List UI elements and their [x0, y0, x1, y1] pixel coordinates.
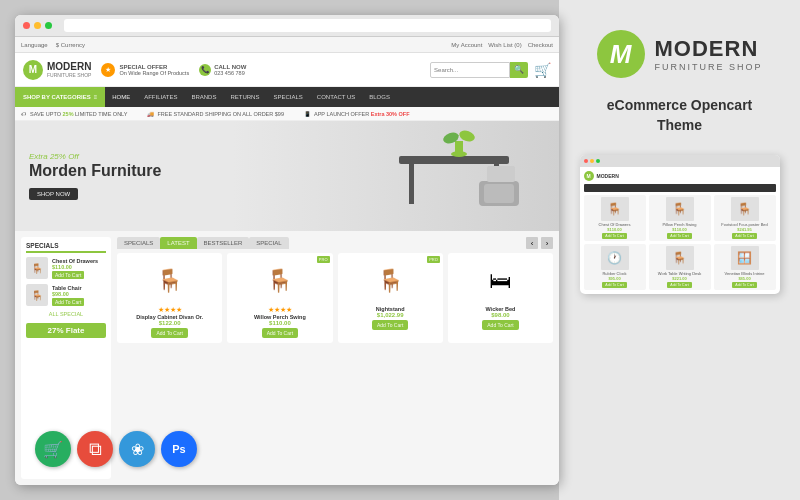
logo-text-wrap: MODERN FURNITURE SHOP — [47, 61, 91, 78]
mini-product-6-btn[interactable]: Add To Cart — [732, 282, 756, 288]
nav-link-specials[interactable]: SPECIALS — [266, 87, 309, 107]
nav-link-contact[interactable]: CONTACT US — [310, 87, 362, 107]
categories-button[interactable]: SHOP BY CATEGORIES ≡ — [15, 87, 105, 107]
brand-sub-text: FURNITURE SHOP — [655, 62, 763, 72]
site-navigation: SHOP BY CATEGORIES ≡ HOME AFFILIATES BRA… — [15, 87, 559, 107]
currency-selector[interactable]: $ Currency — [56, 42, 85, 48]
promo-text-1: SAVE UPTO 25% LIMITED TIME ONLY — [30, 111, 127, 117]
product-2-price: $110.00 — [269, 320, 291, 326]
nav-link-home[interactable]: HOME — [105, 87, 137, 107]
promo-bar: 🏷 SAVE UPTO 25% LIMITED TIME ONLY 🚚 FREE… — [15, 107, 559, 121]
tab-special[interactable]: SPECIAL — [249, 237, 288, 249]
my-account-link[interactable]: My Account — [451, 42, 482, 48]
product-3-cart-btn[interactable]: Add To Cart — [372, 320, 408, 330]
search-button[interactable]: 🔍 — [510, 62, 528, 78]
nav-link-brands[interactable]: BRANDS — [184, 87, 223, 107]
logo-sub: FURNITURE SHOP — [47, 72, 91, 78]
brand-name: MODERN — [655, 36, 763, 62]
wishlist-link[interactable]: Wish List (0) — [488, 42, 521, 48]
site-top-bar: Language $ Currency My Account Wish List… — [15, 37, 559, 53]
mini-product-4: 🕐 Rubber Clock $95.00 Add To Cart — [584, 244, 646, 290]
view-all-specials-link[interactable]: ALL SPECIAL — [26, 311, 106, 317]
mini-product-2: 🪑 Pillow Perch Swing $110.00 Add To Cart — [649, 195, 711, 241]
tag-icon-1: 🏷 — [21, 111, 27, 117]
nav-links-container: HOME AFFILIATES BRANDS RETURNS SPECIALS … — [105, 87, 397, 107]
layers-bottom-icon[interactable]: ⧉ — [77, 431, 113, 467]
site-logo[interactable]: M MODERN FURNITURE SHOP — [23, 60, 91, 80]
top-bar-left: Language $ Currency — [21, 42, 85, 48]
mini-product-4-btn[interactable]: Add To Cart — [602, 282, 626, 288]
sidebar-product-2-cart-btn[interactable]: Add To Cart — [52, 298, 84, 306]
mini-product-2-btn[interactable]: Add To Cart — [667, 233, 691, 239]
mini-product-3-price: $241.95 — [737, 227, 751, 232]
product-4-cart-btn[interactable]: Add To Cart — [482, 320, 518, 330]
tab-specials[interactable]: SPECIALS — [117, 237, 160, 249]
special-offer-block: ★ SPECIAL OFFER On Wide Range Of Product… — [101, 63, 189, 77]
sidebar-product-2: 🪑 Table Chair $98.00 Add To Cart — [26, 284, 106, 306]
logo-name: MODERN — [47, 61, 91, 72]
promo-item-3: 📱 APP LAUNCH OFFER Extra 30% OFF — [304, 111, 410, 117]
browser-minimize-dot — [34, 22, 41, 29]
phone-icon-2: 📱 — [304, 111, 311, 117]
tab-prev-button[interactable]: ‹ — [526, 237, 538, 249]
sidebar-product-1-cart-btn[interactable]: Add To Cart — [52, 271, 84, 279]
sidebar-product-2-info: Table Chair $98.00 Add To Cart — [52, 285, 84, 306]
mini-close-dot — [584, 159, 588, 163]
nav-link-blogs[interactable]: BLOGS — [362, 87, 397, 107]
mini-product-1-price: $110.00 — [607, 227, 621, 232]
tab-bestseller[interactable]: BESTSELLER — [197, 237, 250, 249]
svg-rect-9 — [487, 166, 515, 182]
product-1-image: 🪑 — [142, 258, 197, 303]
svg-rect-0 — [399, 156, 509, 164]
mini-logo-circle: M — [584, 171, 594, 181]
mini-product-1-image: 🪑 — [601, 197, 629, 221]
page-container: Language $ Currency My Account Wish List… — [0, 0, 800, 500]
product-1-cart-btn[interactable]: Add To Cart — [151, 328, 187, 338]
call-title: CALL NOW — [214, 64, 246, 70]
product-tabs: SPECIALS LATEST BESTSELLER SPECIAL ‹ › — [117, 237, 553, 249]
mini-product-6-image: 🪟 — [731, 246, 759, 270]
theme-description: eCommerce Opencart Theme — [607, 96, 753, 135]
mini-header: M MODERN — [584, 171, 776, 181]
tab-next-button[interactable]: › — [541, 237, 553, 249]
product-3-image: 🪑 — [363, 258, 418, 303]
product-2-cart-btn[interactable]: Add To Cart — [262, 328, 298, 338]
promo-item-2: 🚚 FREE STANDARD SHIPPING ON ALL ORDER $9… — [147, 111, 284, 117]
hero-furniture-svg — [379, 126, 539, 226]
truck-icon: 🚚 — [147, 111, 154, 117]
cart-bottom-icon[interactable]: 🛒 — [35, 431, 71, 467]
tabs-nav: ‹ › — [526, 237, 553, 249]
product-card-3: 🪑 Nightstand $1,022.99 Add To Cart — [338, 253, 443, 343]
products-grid: 🪑 ★★★★ Display Cabinet Divan Or. $122.00… — [117, 253, 553, 343]
browser-maximize-dot — [45, 22, 52, 29]
categories-label: SHOP BY CATEGORIES — [23, 94, 91, 100]
mini-min-dot — [590, 159, 594, 163]
promo-text-2: FREE STANDARD SHIPPING ON ALL ORDER $99 — [157, 111, 284, 117]
cart-icon[interactable]: 🛒 — [534, 62, 551, 78]
discount-text: 27% Flate — [48, 326, 85, 335]
hero-title: Morden Furniture — [29, 161, 161, 180]
checkout-link[interactable]: Checkout — [528, 42, 553, 48]
search-input[interactable] — [430, 62, 510, 78]
mini-product-1-btn[interactable]: Add To Cart — [602, 233, 626, 239]
flower-bottom-icon[interactable]: ❀ — [119, 431, 155, 467]
description-line2: Theme — [657, 117, 702, 133]
mini-product-4-price: $95.00 — [608, 276, 620, 281]
browser-url-bar[interactable] — [64, 19, 551, 32]
website-content: Language $ Currency My Account Wish List… — [15, 37, 559, 485]
shop-now-button[interactable]: SHOP NOW — [29, 188, 78, 200]
nav-link-affiliates[interactable]: AFFILIATES — [137, 87, 184, 107]
product-2-image: 🪑 — [252, 258, 307, 303]
mini-product-3-btn[interactable]: Add To Cart — [732, 233, 756, 239]
language-selector[interactable]: Language — [21, 42, 48, 48]
description-line1: eCommerce Opencart — [607, 97, 753, 113]
photoshop-bottom-icon[interactable]: Ps — [161, 431, 197, 467]
nav-link-returns[interactable]: RETURNS — [223, 87, 266, 107]
mini-product-5-btn[interactable]: Add To Cart — [667, 282, 691, 288]
tab-latest[interactable]: LATEST — [160, 237, 196, 249]
discount-banner: 27% Flate — [26, 323, 106, 338]
brand-text-block: MODERN FURNITURE SHOP — [655, 36, 763, 72]
product-card-1: 🪑 ★★★★ Display Cabinet Divan Or. $122.00… — [117, 253, 222, 343]
call-text: CALL NOW 023 456 789 — [214, 64, 246, 76]
product-1-stars: ★★★★ — [158, 306, 182, 314]
